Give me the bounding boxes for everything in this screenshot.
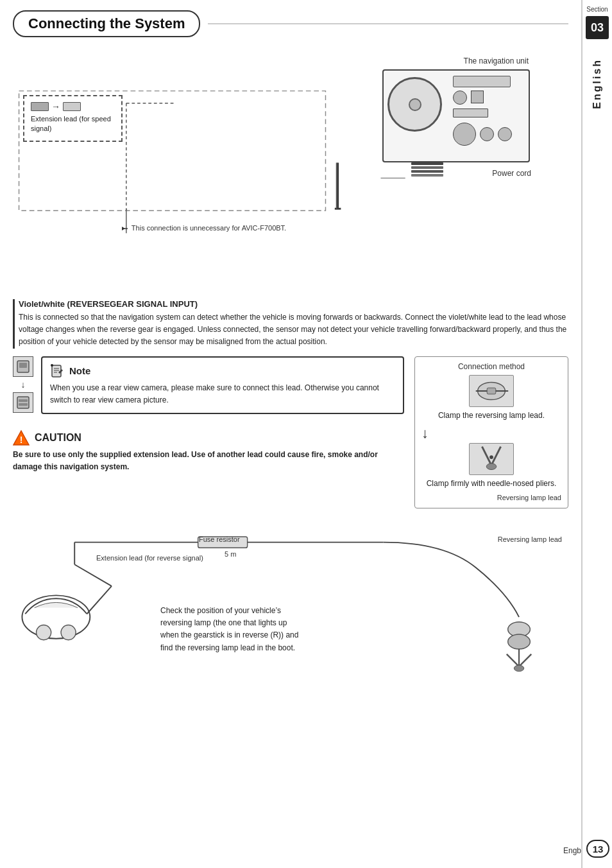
top-diagram: → Extension lead (for speed signal) The … (13, 44, 568, 294)
svg-rect-11 (19, 363, 27, 368)
nav-big-btn (453, 123, 476, 146)
fuse-resistor-label: Fuse resistor (199, 535, 240, 543)
nav-slot-1 (453, 76, 511, 87)
svg-rect-15 (52, 365, 61, 377)
nav-cd-inner (409, 98, 421, 111)
engb-label: Engb (563, 846, 581, 855)
note-body: When you use a rear view camera, please … (50, 382, 395, 406)
violet-section: Violet/white (REVERSEGEAR SIGNAL INPUT) … (13, 299, 568, 349)
connection-img-1 (469, 375, 514, 407)
bottom-left: ↓ (13, 356, 404, 508)
svg-line-26 (482, 446, 491, 465)
connection-step-1: Clamp the reversing lamp lead. (421, 375, 561, 421)
violet-body: This is connected so that the navigation… (19, 311, 568, 349)
check-position-label: Check the position of your vehicle’s rev… (160, 605, 302, 654)
svg-point-19 (51, 364, 53, 367)
connector-block-right (63, 102, 81, 111)
connection-step-2-label: Clamp firmly with needle-nosed pliers. (427, 478, 557, 489)
violet-title: Violet/white (REVERSEGEAR SIGNAL INPUT) (19, 299, 568, 309)
connection-img-2 (469, 443, 514, 475)
title-line (208, 23, 568, 24)
nav-btn-sq-1 (471, 91, 484, 103)
svg-line-27 (491, 446, 501, 465)
svg-rect-23 (487, 388, 496, 394)
page-number: 13 (586, 840, 609, 858)
ext-lead-label: Extension lead (for speed signal) (31, 114, 115, 134)
svg-point-28 (486, 463, 497, 469)
svg-point-44 (514, 665, 523, 672)
reversing-lamp-lead-label: Reversing lamp lead (421, 493, 561, 503)
note-box: Note When you use a rear view camera, pl… (41, 356, 404, 414)
nav-btn-2 (480, 127, 494, 141)
section-label: Section (586, 5, 608, 13)
vert-comp-1 (13, 356, 33, 377)
svg-point-35 (61, 625, 76, 640)
svg-rect-12 (17, 397, 29, 408)
vert-comp-2 (13, 392, 33, 413)
nav-btn-1 (453, 91, 467, 105)
arrow-down-step-icon: ↓ (421, 425, 561, 442)
svg-point-29 (489, 455, 493, 459)
svg-line-42 (507, 654, 519, 666)
five-m-label: 5 m (225, 550, 236, 558)
icon-row: ↓ (13, 356, 404, 423)
vert-components: ↓ (13, 356, 33, 413)
svg-rect-14 (19, 403, 28, 406)
bottom-right: Connection method Clamp the reversing (414, 356, 568, 508)
nav-unit-box (382, 69, 530, 162)
main-content: Connecting the System → (0, 0, 581, 701)
language-label: English (591, 58, 603, 109)
svg-line-36 (87, 586, 111, 614)
section-number: 03 (586, 16, 609, 39)
bottom-section: ↓ (13, 356, 568, 508)
note-icon (50, 364, 64, 378)
svg-point-40 (508, 634, 531, 649)
svg-line-43 (519, 654, 531, 666)
connection-step-2: Clamp firmly with needle-nosed pliers. (421, 443, 561, 489)
svg-marker-9 (122, 227, 125, 230)
down-arrow-icon: ↓ (21, 379, 26, 390)
page-title: Connecting the System (13, 10, 200, 37)
bottom-diagram: Fuse resistor 5 m Extension lead (for re… (13, 515, 568, 688)
caution-box: ! CAUTION Be sure to use only the suppli… (13, 430, 404, 473)
connector-row: → (31, 101, 115, 112)
caution-body-bold: Be sure to use only the supplied extensi… (13, 450, 378, 471)
nav-row2 (453, 108, 523, 117)
svg-line-37 (74, 564, 112, 586)
note-header: Note (50, 364, 395, 378)
nav-row3 (453, 123, 523, 146)
arrow-right-icon: → (51, 101, 60, 112)
svg-text:!: ! (20, 435, 23, 445)
note-title: Note (69, 365, 90, 376)
nav-buttons-row (453, 91, 523, 105)
unnecessary-label: This connection is unnecessary for AVIC-… (122, 223, 286, 234)
section-sidebar: Section 03 English (581, 0, 612, 868)
nav-connector (453, 108, 488, 117)
svg-rect-13 (19, 399, 28, 402)
wire-bundle (411, 162, 443, 177)
nav-unit-label: The navigation unit (464, 56, 529, 65)
ext-lead-reverse-label: Extension lead (for reverse signal) (96, 553, 203, 563)
nav-cd-slot (387, 77, 442, 132)
connection-method-title: Connection method (421, 362, 561, 371)
svg-point-33 (22, 595, 90, 638)
extension-lead-box: → Extension lead (for speed signal) (23, 95, 123, 142)
svg-point-34 (37, 625, 51, 640)
nav-right-panel (453, 76, 523, 159)
caution-icon: ! (13, 430, 30, 446)
caution-title: CAUTION (35, 432, 81, 444)
connection-step-1-label: Clamp the reversing lamp lead. (438, 410, 545, 421)
page-title-wrap: Connecting the System (13, 10, 568, 37)
connection-box: Connection method Clamp the reversing (414, 356, 568, 508)
power-cord-label: Power cord (492, 169, 531, 178)
reversing-lamp-label-bottom: Reversing lamp lead (498, 534, 562, 545)
caution-body: Be sure to use only the supplied extensi… (13, 449, 404, 473)
nav-unit-inner (384, 71, 529, 161)
bottom-diagram-svg (13, 515, 568, 688)
connector-block-left (31, 102, 49, 111)
nav-btn-3 (498, 127, 512, 141)
caution-header: ! CAUTION (13, 430, 404, 446)
